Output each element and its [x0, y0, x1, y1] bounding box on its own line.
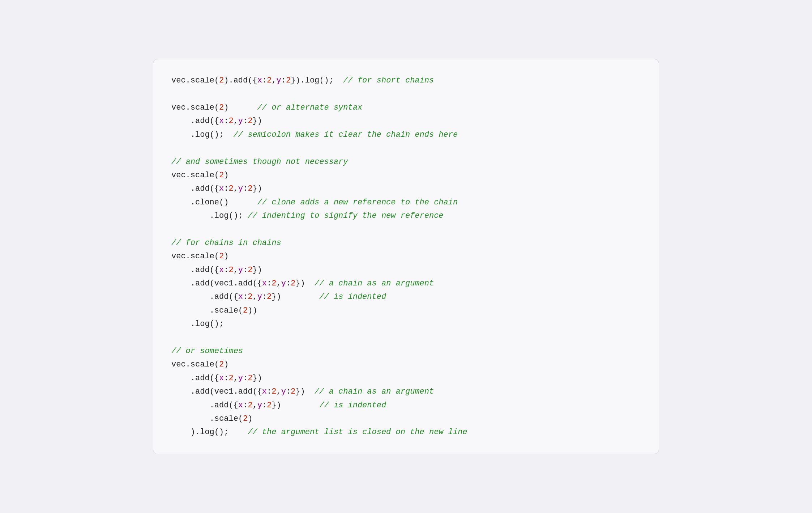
code-token: 2: [219, 103, 224, 112]
code-token: add: [195, 387, 210, 396]
code-token: (: [214, 360, 219, 369]
code-token: // or sometimes: [171, 347, 243, 356]
code-token: ({: [210, 266, 219, 275]
code-line: .add(vec1.add({x:2,y:2}) // a chain as a…: [171, 277, 641, 290]
code-token: .: [210, 401, 214, 410]
code-token: clone: [195, 198, 219, 207]
code-token: }): [291, 76, 300, 85]
code-token: add: [195, 279, 210, 288]
blank-line: [171, 88, 641, 101]
code-token: .: [191, 374, 195, 383]
code-indent: [171, 266, 191, 275]
code-token: )): [248, 306, 257, 315]
code-line: vec.scale(2) // or alternate syntax: [171, 101, 641, 114]
code-container: vec.scale(2).add({x:2,y:2}).log(); // fo…: [153, 59, 659, 454]
code-token: 2: [291, 279, 295, 288]
code-token: x: [219, 116, 224, 126]
code-token: (: [238, 414, 243, 423]
code-token: add: [195, 266, 210, 275]
code-token: :: [243, 116, 248, 126]
code-token: 2: [286, 76, 291, 85]
code-token: :: [262, 292, 267, 301]
code-line: vec.scale(2): [171, 358, 641, 371]
code-token: y: [238, 184, 243, 193]
code-token: (: [214, 103, 219, 112]
code-indent: [171, 401, 210, 410]
code-line: .scale(2): [171, 412, 641, 425]
code-token: // clone adds a new reference to the cha…: [257, 198, 458, 207]
code-token: add: [214, 292, 229, 301]
code-token: ({: [252, 387, 262, 396]
code-token: x: [262, 387, 267, 396]
code-token: 2: [228, 266, 233, 275]
code-token: 2: [267, 76, 272, 85]
code-token: :: [224, 374, 228, 383]
code-token: 2: [248, 292, 252, 301]
code-token: .: [191, 319, 195, 328]
code-token: 2: [228, 116, 233, 126]
code-token: ();: [228, 211, 248, 220]
code-token: scale: [214, 306, 238, 315]
code-token: .: [191, 266, 195, 275]
code-token: 2: [267, 401, 272, 410]
code-line: .add({x:2,y:2}) // is indented: [171, 290, 641, 304]
code-token: 2: [272, 279, 276, 288]
code-indent: [171, 184, 191, 193]
code-token: ();: [319, 76, 343, 85]
code-token: y: [257, 401, 262, 410]
code-token: ): [224, 360, 228, 369]
code-token: }): [252, 116, 262, 126]
code-indent: [171, 198, 191, 207]
code-token: y: [238, 266, 243, 275]
code-token: y: [257, 292, 262, 301]
code-token: add: [195, 184, 210, 193]
code-indent: [171, 387, 191, 396]
code-token: }): [252, 266, 262, 275]
code-token: .: [228, 76, 233, 85]
code-token: .: [191, 387, 195, 396]
code-token: x: [238, 401, 243, 410]
code-token: // a chain as an argument: [315, 279, 434, 288]
code-token: :: [267, 387, 272, 396]
code-token: }): [272, 292, 319, 301]
code-token: // the argument list is closed on the ne…: [248, 428, 467, 437]
code-token: 2: [248, 116, 252, 126]
code-token: vec: [171, 103, 186, 112]
code-token: x: [257, 76, 262, 85]
code-token: vec: [171, 76, 186, 85]
code-token: 2: [248, 184, 252, 193]
code-token: ,: [234, 184, 238, 193]
code-token: }): [272, 401, 319, 410]
code-token: 2: [267, 292, 272, 301]
blank-line: [171, 331, 641, 344]
code-token: scale: [191, 360, 214, 369]
code-indent: [171, 130, 191, 139]
code-token: .: [191, 279, 195, 288]
code-token: log: [214, 211, 229, 220]
code-token: 2: [228, 184, 233, 193]
code-line: .log();: [171, 317, 641, 331]
code-token: ): [224, 171, 228, 180]
code-token: ): [224, 103, 257, 112]
code-token: x: [219, 374, 224, 383]
code-line: vec.scale(2): [171, 250, 641, 263]
code-token: ({: [210, 184, 219, 193]
code-token: x: [219, 184, 224, 193]
code-token: // is indented: [319, 292, 386, 301]
code-token: scale: [191, 76, 214, 85]
code-token: (: [214, 76, 219, 85]
code-token: log: [305, 76, 320, 85]
code-token: ,: [276, 279, 281, 288]
code-token: add: [195, 116, 210, 126]
code-token: y: [281, 387, 286, 396]
code-token: 2: [219, 171, 224, 180]
code-token: .: [186, 252, 191, 261]
code-token: .: [186, 360, 191, 369]
code-token: .: [210, 292, 214, 301]
code-token: x: [238, 292, 243, 301]
code-token: vec: [171, 252, 186, 261]
code-token: 2: [219, 360, 224, 369]
code-token: ,: [252, 401, 257, 410]
code-token: :: [243, 374, 248, 383]
code-indent: [171, 279, 191, 288]
